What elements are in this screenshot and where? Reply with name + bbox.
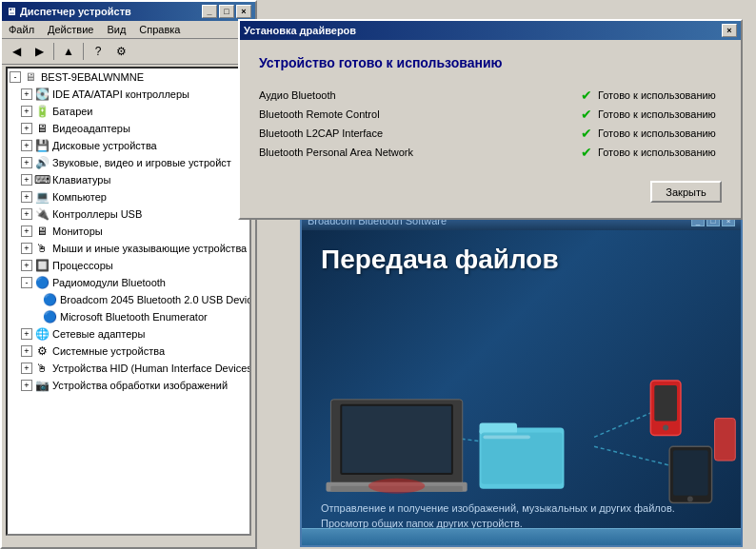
device-manager-titlebar: 🖥 Диспетчер устройств _ □ × — [2, 2, 255, 21]
cpu-expand[interactable]: + — [21, 260, 32, 271]
imaging-icon: 📷 — [34, 378, 50, 393]
driver-dialog-buttons: × — [722, 24, 737, 37]
driver-dialog-header: Устройство готово к использованию — [259, 55, 722, 70]
device-name-3: Bluetooth Personal Area Network — [259, 147, 581, 158]
mouse-expand[interactable]: + — [21, 243, 32, 254]
monitor-icon: 🖥 — [34, 224, 50, 239]
svg-line-0 — [448, 437, 519, 446]
video-expand[interactable]: + — [21, 123, 32, 134]
check-icon-2: ✔ — [581, 126, 592, 141]
hid-expand[interactable]: + — [21, 363, 32, 374]
help-button[interactable]: ? — [88, 41, 109, 62]
list-item[interactable]: + 🖱 Устройства HID (Human Interface Devi… — [8, 360, 249, 377]
list-item[interactable]: 🔵 Broadcom 2045 Bluetooth 2.0 USB Device — [8, 291, 249, 308]
device-row: Аудио Bluetooth ✔ Готово к использованию — [259, 86, 722, 105]
device-row: Bluetooth L2CAP Interface ✔ Готово к исп… — [259, 124, 722, 143]
net-icon: 🌐 — [34, 326, 50, 342]
mouse-icon: 🖱 — [34, 241, 50, 256]
list-item[interactable]: + 💻 Компьютер — [8, 188, 249, 206]
broadcom-statusbar — [302, 528, 741, 545]
bluetooth-icon: 🔵 — [34, 275, 50, 290]
menu-help[interactable]: Справка — [136, 23, 183, 36]
list-item[interactable]: + 📷 Устройства обработки изображений — [8, 377, 249, 394]
close-button[interactable]: × — [236, 5, 251, 18]
svg-point-8 — [368, 479, 425, 494]
menu-file[interactable]: Файл — [6, 23, 37, 36]
sound-expand[interactable]: + — [21, 157, 32, 168]
sys-expand[interactable]: + — [21, 345, 32, 357]
svg-rect-11 — [482, 432, 563, 483]
driver-dialog-titlebar: Установка драйверов × — [240, 21, 741, 40]
toolbar: ◀ ▶ ▲ ? ⚙ — [2, 39, 255, 65]
keyboard-expand[interactable]: + — [21, 174, 32, 186]
disk-expand[interactable]: + — [21, 140, 32, 151]
device-manager-window: 🖥 Диспетчер устройств _ □ × Файл Действи… — [0, 0, 257, 549]
menu-action[interactable]: Действие — [45, 23, 96, 36]
svg-rect-12 — [483, 435, 529, 439]
list-item[interactable]: + 🔊 Звуковые, видео и игровые устройст — [8, 154, 249, 171]
driver-dialog: Установка драйверов × Устройство готово … — [238, 19, 743, 220]
check-icon-1: ✔ — [581, 107, 592, 122]
device-list: Аудио Bluetooth ✔ Готово к использованию… — [259, 86, 722, 162]
ms-bluetooth-icon: 🔵 — [42, 309, 57, 324]
ide-expand[interactable]: + — [21, 88, 32, 100]
svg-rect-4 — [340, 404, 453, 475]
menu-view[interactable]: Вид — [104, 23, 129, 36]
video-icon: 🖥 — [34, 121, 50, 136]
list-item[interactable]: + 🔋 Батареи — [8, 103, 249, 120]
svg-rect-19 — [715, 419, 736, 461]
connection-illustration — [302, 230, 741, 545]
menu-bar: Файл Действие Вид Справка — [2, 21, 255, 39]
device-manager-title: 🖥 Диспетчер устройств — [6, 6, 131, 17]
list-item[interactable]: + 🖥 Видеоадаптеры — [8, 120, 249, 137]
properties-button[interactable]: ⚙ — [110, 41, 131, 62]
forward-button[interactable]: ▶ — [29, 41, 50, 62]
maximize-button[interactable]: □ — [219, 5, 234, 18]
device-tree[interactable]: - 🖥 BEST-9EBALWNMNE + 💽 IDE ATA/ATAPI ко… — [6, 67, 251, 536]
back-button[interactable]: ◀ — [6, 41, 27, 62]
svg-rect-10 — [480, 423, 518, 435]
list-item[interactable]: + ⌨ Клавиатуры — [8, 171, 249, 188]
check-icon-3: ✔ — [581, 145, 592, 160]
list-item[interactable]: + 💽 IDE ATA/ATAPI контроллеры — [8, 86, 249, 103]
svg-line-2 — [594, 446, 669, 465]
device-name-0: Аудио Bluetooth — [259, 89, 581, 101]
list-item[interactable]: 🔵 Microsoft Bluetooth Enumerator — [8, 308, 249, 325]
tree-root[interactable]: - 🖥 BEST-9EBALWNMNE — [8, 69, 249, 86]
hid-icon: 🖱 — [34, 361, 50, 376]
close-driver-dialog-button[interactable]: Закрыть — [650, 181, 722, 203]
list-item[interactable]: + 🖥 Мониторы — [8, 223, 249, 240]
root-expand[interactable]: - — [10, 71, 21, 83]
broadcom-device-icon: 🔵 — [42, 292, 57, 307]
list-item[interactable]: + 💾 Дисковые устройства — [8, 137, 249, 154]
svg-rect-13 — [650, 381, 681, 435]
broadcom-description: Отправление и получение изображений, муз… — [321, 501, 722, 531]
toolbar-separator — [53, 43, 54, 60]
sys-icon: ⚙ — [34, 343, 50, 359]
svg-line-1 — [594, 409, 660, 438]
computer-expand[interactable]: + — [21, 191, 32, 203]
list-item[interactable]: + 🌐 Сетевые адаптеры — [8, 325, 249, 343]
imaging-expand[interactable]: + — [21, 380, 32, 391]
list-item[interactable]: + 🖱 Мыши и иные указывающие устройства — [8, 240, 249, 257]
usb-expand[interactable]: + — [21, 208, 32, 220]
net-expand[interactable]: + — [21, 328, 32, 340]
sound-icon: 🔊 — [34, 155, 50, 170]
driver-dialog-content: Устройство готово к использованию Аудио … — [240, 40, 741, 218]
minimize-button[interactable]: _ — [202, 5, 217, 18]
up-button[interactable]: ▲ — [58, 41, 79, 62]
device-row: Bluetooth Remote Control ✔ Готово к испо… — [259, 105, 722, 124]
svg-rect-16 — [669, 446, 711, 502]
monitor-expand[interactable]: + — [21, 225, 32, 237]
list-item[interactable]: + 🔌 Контроллеры USB — [8, 206, 249, 223]
list-item[interactable]: + ⚙ Системные устройства — [8, 343, 249, 360]
bluetooth-expand[interactable]: - — [21, 277, 32, 288]
battery-icon: 🔋 — [34, 104, 50, 119]
battery-expand[interactable]: + — [21, 106, 32, 117]
bluetooth-category[interactable]: - 🔵 Радиомодули Bluetooth — [8, 274, 249, 291]
list-item[interactable]: + 🔲 Процессоры — [8, 257, 249, 274]
device-row: Bluetooth Personal Area Network ✔ Готово… — [259, 143, 722, 162]
driver-dialog-close[interactable]: × — [722, 24, 737, 37]
svg-rect-6 — [326, 482, 467, 492]
toolbar-separator2 — [83, 43, 84, 60]
